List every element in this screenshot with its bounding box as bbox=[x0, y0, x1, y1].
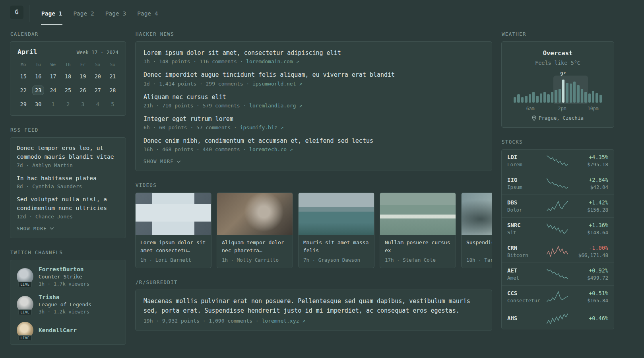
stock-row[interactable]: CCS Consectetur +0.51% $165.84 bbox=[502, 285, 614, 308]
stock-row[interactable]: DBS Dolor +1.42% $156.28 bbox=[502, 195, 614, 217]
subreddit-widget-title: /R/SUBREDDIT bbox=[136, 279, 492, 285]
channel-name[interactable]: ForrestBurton bbox=[39, 266, 89, 272]
video-thumbnail[interactable] bbox=[380, 193, 456, 235]
story-title[interactable]: Donec imperdiet augue tincidunt felis al… bbox=[144, 71, 484, 79]
video-card[interactable]: Lorem ipsum dolor sit amet consectetu… 1… bbox=[135, 193, 211, 268]
video-card[interactable]: Aliquam tempor dolor nec pharetra… 1h · … bbox=[217, 193, 293, 268]
app-logo[interactable]: G bbox=[10, 6, 23, 19]
story-source-link[interactable]: loremtech.co ↗ bbox=[249, 146, 293, 152]
channel-name[interactable]: Trisha bbox=[39, 294, 91, 300]
twitch-widget: TWITCH CHANNELS LIVE ForrestBurton Count… bbox=[10, 249, 126, 345]
story-title[interactable]: Donec enim nibh, condimentum et accumsan… bbox=[144, 137, 484, 145]
rss-card: Donec tempor eros leo, ut commodo mauris… bbox=[10, 137, 126, 238]
top-nav: G Page 1 Page 2 Page 3 Page 4 bbox=[0, 0, 644, 25]
tab-page-2[interactable]: Page 2 bbox=[68, 2, 99, 25]
tab-page-4[interactable]: Page 4 bbox=[132, 2, 163, 25]
calendar-day-header: Th bbox=[60, 62, 75, 67]
post-title[interactable]: Maecenas mollis pulvinar erat non posuer… bbox=[144, 297, 484, 315]
weather-condition: Overcast bbox=[509, 50, 607, 57]
story-title[interactable]: Integer eget rutrum lorem bbox=[144, 115, 484, 123]
hackernews-show-more-label: SHOW MORE bbox=[144, 159, 174, 164]
calendar-widget-title: CALENDAR bbox=[10, 31, 126, 37]
video-thumbnail[interactable] bbox=[217, 193, 293, 235]
weather-bars bbox=[514, 80, 602, 103]
video-title[interactable]: Nullam posuere cursus ex bbox=[385, 239, 451, 254]
story-source-link[interactable]: ipsumworld.net ↗ bbox=[252, 81, 302, 87]
story-source-link[interactable]: ipsumify.biz ↗ bbox=[240, 125, 284, 130]
calendar-month: April bbox=[17, 48, 37, 56]
twitch-channel-row[interactable]: LIVE KendallCarr bbox=[17, 322, 119, 339]
channel-info: KendallCarr bbox=[39, 327, 77, 333]
video-card[interactable]: Suspendisse diam 18h · Tara bbox=[461, 193, 492, 268]
tab-page-1[interactable]: Page 1 bbox=[36, 2, 68, 25]
stock-values: +1.36% $148.64 bbox=[572, 222, 608, 235]
video-meta: 17h · Stefan Cole bbox=[385, 257, 451, 263]
weather-bar bbox=[566, 83, 568, 103]
post-source-link[interactable]: loremnet.xyz ↗ bbox=[262, 318, 305, 324]
videos-widget-title: VIDEOS bbox=[136, 182, 492, 188]
stock-row[interactable]: IIG Ipsum +2.84% $42.04 bbox=[502, 172, 614, 195]
hackernews-show-more-button[interactable]: SHOW MORE bbox=[144, 159, 181, 164]
channel-info: ForrestBurton Counter-Strike 1h · 1.7k v… bbox=[39, 266, 89, 287]
stock-row[interactable]: AET Amet +0.92% $499.72 bbox=[502, 263, 614, 285]
video-thumbnail[interactable] bbox=[299, 193, 374, 235]
weather-feels-like: Feels like 5°C bbox=[509, 60, 607, 66]
tab-page-3[interactable]: Page 3 bbox=[100, 2, 132, 25]
calendar-day: 16 bbox=[31, 72, 45, 81]
channel-name[interactable]: KendallCarr bbox=[39, 327, 77, 333]
calendar-day-next-month: 2 bbox=[60, 99, 75, 109]
video-title[interactable]: Aliquam tempor dolor nec pharetra… bbox=[222, 239, 288, 254]
stock-identity: LDI Lorem bbox=[507, 154, 543, 167]
weather-bar bbox=[521, 97, 524, 103]
rss-item: Sed volutpat nulla nisl, a condimentum n… bbox=[17, 195, 119, 220]
stock-change: +0.46% bbox=[572, 315, 608, 321]
videos-row: Lorem ipsum dolor sit amet consectetu… 1… bbox=[135, 193, 492, 268]
hackernews-item: Aliquam nec cursus elit 21h · 710 points… bbox=[144, 93, 484, 109]
stock-row[interactable]: SNRC Sit +1.36% $148.64 bbox=[502, 217, 614, 240]
stock-row[interactable]: AHS +0.46% bbox=[502, 308, 614, 329]
post-meta: 19h · 9,932 points · 1,090 comments · lo… bbox=[144, 318, 484, 324]
right-column: WEATHER Overcast Feels like 5°C 9° 6am 2… bbox=[501, 31, 614, 329]
rss-item-title[interactable]: In hac habitasse platea bbox=[17, 174, 119, 183]
twitch-channel-row[interactable]: LIVE Trisha League of Legends 3h · 1.2k … bbox=[17, 294, 119, 315]
rss-widget-title: RSS FEED bbox=[10, 127, 126, 133]
video-title[interactable]: Suspendisse diam bbox=[466, 239, 492, 254]
weather-bar bbox=[517, 94, 520, 103]
story-source-link[interactable]: loremlandia.org ↗ bbox=[249, 103, 302, 109]
weather-bar bbox=[525, 96, 527, 103]
stock-symbol: LDI bbox=[507, 154, 543, 160]
hackernews-item: Lorem ipsum dolor sit amet, consectetur … bbox=[144, 49, 484, 64]
video-card[interactable]: Nullam posuere cursus ex 17h · Stefan Co… bbox=[380, 193, 456, 268]
story-source-link[interactable]: loremdomain.com ↗ bbox=[246, 58, 299, 64]
calendar-day-header: Tu bbox=[31, 62, 45, 67]
video-info: Lorem ipsum dolor sit amet consectetu… 1… bbox=[136, 235, 211, 268]
video-card[interactable]: Mauris sit amet massa felis 7h · Grayson… bbox=[298, 193, 374, 268]
stock-row[interactable]: CRN Bitcorn -1.00% $66,171.48 bbox=[502, 240, 614, 263]
subreddit-post: Maecenas mollis pulvinar erat non posuer… bbox=[144, 297, 484, 324]
stock-sparkline bbox=[543, 200, 572, 212]
rss-item-title[interactable]: Donec tempor eros leo, ut commodo mauris… bbox=[17, 144, 119, 161]
story-title[interactable]: Aliquam nec cursus elit bbox=[144, 93, 484, 101]
weather-bar bbox=[514, 97, 516, 103]
stock-change: +0.51% bbox=[572, 290, 608, 296]
rss-item-title[interactable]: Sed volutpat nulla nisl, a condimentum n… bbox=[17, 195, 119, 213]
hackernews-item: Donec imperdiet augue tincidunt felis al… bbox=[144, 71, 484, 86]
story-meta: 1d · 1,414 points · 299 comments · ipsum… bbox=[144, 81, 484, 87]
video-thumbnail[interactable] bbox=[136, 193, 211, 235]
story-stats: 1d · 1,414 points · 299 comments · bbox=[144, 81, 249, 87]
weather-card: Overcast Feels like 5°C 9° 6am 2pm 10pm … bbox=[501, 41, 614, 128]
live-badge: LIVE bbox=[19, 282, 32, 287]
rss-item-meta: 7d · Ashlyn Martin bbox=[17, 162, 119, 168]
weather-location-label: Prague, Czechia bbox=[539, 115, 584, 121]
calendar-day: 24 bbox=[46, 86, 60, 95]
video-title[interactable]: Mauris sit amet massa felis bbox=[303, 239, 369, 254]
twitch-channel-row[interactable]: LIVE ForrestBurton Counter-Strike 1h · 1… bbox=[17, 266, 119, 287]
chevron-down-icon bbox=[50, 227, 54, 230]
stock-row[interactable]: LDI Lorem +4.35% $795.18 bbox=[502, 150, 614, 172]
story-meta: 6h · 60 points · 57 comments · ipsumify.… bbox=[144, 125, 484, 130]
video-thumbnail[interactable] bbox=[462, 193, 492, 235]
stock-symbol: AET bbox=[507, 267, 543, 274]
rss-show-more-button[interactable]: SHOW MORE bbox=[17, 226, 54, 232]
video-title[interactable]: Lorem ipsum dolor sit amet consectetu… bbox=[140, 239, 206, 254]
story-title[interactable]: Lorem ipsum dolor sit amet, consectetur … bbox=[144, 49, 484, 57]
